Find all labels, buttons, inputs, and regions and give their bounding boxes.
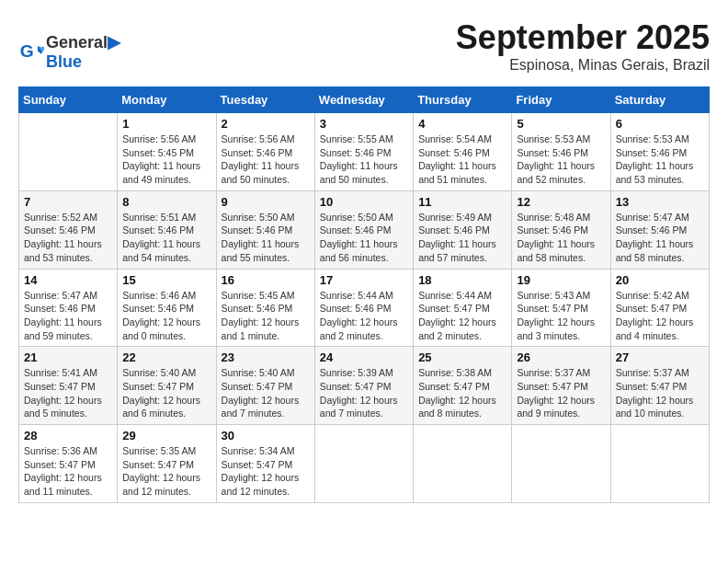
day-cell: 12Sunrise: 5:48 AM Sunset: 5:46 PM Dayli… — [512, 190, 610, 269]
day-info: Sunrise: 5:35 AM Sunset: 5:47 PM Dayligh… — [122, 444, 210, 499]
day-number: 5 — [517, 117, 605, 131]
day-info: Sunrise: 5:37 AM Sunset: 5:47 PM Dayligh… — [616, 366, 704, 420]
day-number: 27 — [616, 350, 704, 364]
day-number: 13 — [616, 195, 704, 209]
day-cell — [314, 425, 413, 503]
day-cell: 27Sunrise: 5:37 AM Sunset: 5:47 PM Dayli… — [610, 347, 709, 425]
week-row-2: 14Sunrise: 5:47 AM Sunset: 5:46 PM Dayli… — [19, 269, 710, 347]
day-number: 6 — [616, 117, 704, 131]
day-info: Sunrise: 5:50 AM Sunset: 5:46 PM Dayligh… — [222, 211, 310, 265]
day-cell: 13Sunrise: 5:47 AM Sunset: 5:46 PM Dayli… — [610, 190, 709, 269]
day-cell: 8Sunrise: 5:51 AM Sunset: 5:46 PM Daylig… — [118, 190, 216, 269]
day-cell: 14Sunrise: 5:47 AM Sunset: 5:46 PM Dayli… — [19, 269, 118, 347]
day-info: Sunrise: 5:55 AM Sunset: 5:46 PM Dayligh… — [320, 132, 408, 187]
day-info: Sunrise: 5:49 AM Sunset: 5:46 PM Dayligh… — [418, 211, 506, 265]
day-number: 30 — [222, 429, 310, 442]
logo: G General▶ Blue — [18, 32, 120, 72]
logo-icon: G — [18, 40, 44, 65]
month-title: September 2025 — [456, 18, 710, 57]
day-cell: 1Sunrise: 5:56 AM Sunset: 5:45 PM Daylig… — [118, 113, 216, 191]
day-cell: 19Sunrise: 5:43 AM Sunset: 5:47 PM Dayli… — [512, 269, 610, 347]
header-row: SundayMondayTuesdayWednesdayThursdayFrid… — [19, 87, 710, 113]
day-info: Sunrise: 5:43 AM Sunset: 5:47 PM Dayligh… — [517, 289, 605, 343]
day-info: Sunrise: 5:42 AM Sunset: 5:47 PM Dayligh… — [616, 289, 704, 343]
day-number: 20 — [616, 273, 704, 287]
day-info: Sunrise: 5:52 AM Sunset: 5:46 PM Dayligh… — [24, 211, 112, 265]
day-number: 23 — [222, 350, 310, 364]
day-cell — [610, 425, 709, 503]
title-section: September 2025 Espinosa, Minas Gerais, B… — [456, 18, 710, 74]
week-row-0: 1Sunrise: 5:56 AM Sunset: 5:45 PM Daylig… — [19, 113, 710, 191]
day-info: Sunrise: 5:34 AM Sunset: 5:47 PM Dayligh… — [222, 444, 310, 499]
day-number: 26 — [517, 350, 605, 364]
day-number: 16 — [222, 273, 310, 287]
day-number: 3 — [320, 117, 408, 131]
day-cell: 28Sunrise: 5:36 AM Sunset: 5:47 PM Dayli… — [19, 425, 118, 503]
day-info: Sunrise: 5:40 AM Sunset: 5:47 PM Dayligh… — [122, 366, 210, 420]
day-cell: 5Sunrise: 5:53 AM Sunset: 5:46 PM Daylig… — [512, 113, 610, 191]
day-number: 24 — [320, 350, 408, 364]
day-info: Sunrise: 5:53 AM Sunset: 5:46 PM Dayligh… — [517, 132, 605, 187]
day-cell: 23Sunrise: 5:40 AM Sunset: 5:47 PM Dayli… — [216, 347, 314, 425]
header-monday: Monday — [118, 87, 216, 113]
calendar-table: SundayMondayTuesdayWednesdayThursdayFrid… — [18, 86, 710, 503]
day-number: 9 — [222, 195, 310, 209]
day-info: Sunrise: 5:39 AM Sunset: 5:47 PM Dayligh… — [320, 366, 408, 420]
day-info: Sunrise: 5:44 AM Sunset: 5:46 PM Dayligh… — [320, 289, 408, 343]
day-cell: 15Sunrise: 5:46 AM Sunset: 5:46 PM Dayli… — [118, 269, 216, 347]
day-number: 25 — [418, 350, 506, 364]
day-info: Sunrise: 5:50 AM Sunset: 5:46 PM Dayligh… — [320, 211, 408, 265]
day-info: Sunrise: 5:56 AM Sunset: 5:45 PM Dayligh… — [122, 132, 210, 187]
day-cell: 29Sunrise: 5:35 AM Sunset: 5:47 PM Dayli… — [118, 425, 216, 503]
week-row-3: 21Sunrise: 5:41 AM Sunset: 5:47 PM Dayli… — [19, 347, 710, 425]
day-number: 14 — [24, 273, 112, 287]
day-cell: 22Sunrise: 5:40 AM Sunset: 5:47 PM Dayli… — [118, 347, 216, 425]
day-number: 15 — [122, 273, 210, 287]
day-info: Sunrise: 5:45 AM Sunset: 5:46 PM Dayligh… — [222, 289, 310, 343]
header-saturday: Saturday — [610, 87, 709, 113]
day-cell — [19, 113, 118, 191]
day-cell: 9Sunrise: 5:50 AM Sunset: 5:46 PM Daylig… — [216, 190, 314, 269]
day-cell: 30Sunrise: 5:34 AM Sunset: 5:47 PM Dayli… — [216, 425, 314, 503]
day-cell: 24Sunrise: 5:39 AM Sunset: 5:47 PM Dayli… — [314, 347, 413, 425]
day-cell: 10Sunrise: 5:50 AM Sunset: 5:46 PM Dayli… — [314, 190, 413, 269]
day-cell: 17Sunrise: 5:44 AM Sunset: 5:46 PM Dayli… — [314, 269, 413, 347]
svg-text:G: G — [20, 41, 34, 61]
day-cell: 21Sunrise: 5:41 AM Sunset: 5:47 PM Dayli… — [19, 347, 118, 425]
day-number: 22 — [122, 350, 210, 364]
day-info: Sunrise: 5:47 AM Sunset: 5:46 PM Dayligh… — [24, 289, 112, 343]
day-cell: 4Sunrise: 5:54 AM Sunset: 5:46 PM Daylig… — [414, 113, 512, 191]
day-cell: 20Sunrise: 5:42 AM Sunset: 5:47 PM Dayli… — [610, 269, 709, 347]
day-number: 28 — [24, 429, 112, 442]
day-cell: 11Sunrise: 5:49 AM Sunset: 5:46 PM Dayli… — [414, 190, 512, 269]
day-number: 8 — [122, 195, 210, 209]
day-cell: 26Sunrise: 5:37 AM Sunset: 5:47 PM Dayli… — [512, 347, 610, 425]
day-info: Sunrise: 5:41 AM Sunset: 5:47 PM Dayligh… — [24, 366, 112, 420]
location-title: Espinosa, Minas Gerais, Brazil — [456, 57, 710, 74]
calendar-header: SundayMondayTuesdayWednesdayThursdayFrid… — [19, 87, 710, 113]
day-number: 21 — [24, 350, 112, 364]
day-info: Sunrise: 5:51 AM Sunset: 5:46 PM Dayligh… — [122, 211, 210, 265]
day-number: 4 — [418, 117, 506, 131]
day-info: Sunrise: 5:56 AM Sunset: 5:46 PM Dayligh… — [222, 132, 310, 187]
header-sunday: Sunday — [19, 87, 118, 113]
day-info: Sunrise: 5:40 AM Sunset: 5:47 PM Dayligh… — [222, 366, 310, 420]
day-info: Sunrise: 5:38 AM Sunset: 5:47 PM Dayligh… — [418, 366, 506, 420]
day-info: Sunrise: 5:54 AM Sunset: 5:46 PM Dayligh… — [418, 132, 506, 187]
day-number: 11 — [418, 195, 506, 209]
day-cell: 18Sunrise: 5:44 AM Sunset: 5:47 PM Dayli… — [414, 269, 512, 347]
day-number: 19 — [517, 273, 605, 287]
day-cell — [512, 425, 610, 503]
day-number: 2 — [222, 117, 310, 131]
day-cell — [414, 425, 512, 503]
day-cell: 16Sunrise: 5:45 AM Sunset: 5:46 PM Dayli… — [216, 269, 314, 347]
day-number: 18 — [418, 273, 506, 287]
day-number: 29 — [122, 429, 210, 442]
header-wednesday: Wednesday — [314, 87, 413, 113]
week-row-1: 7Sunrise: 5:52 AM Sunset: 5:46 PM Daylig… — [19, 190, 710, 269]
header-thursday: Thursday — [414, 87, 512, 113]
week-row-4: 28Sunrise: 5:36 AM Sunset: 5:47 PM Dayli… — [19, 425, 710, 503]
day-info: Sunrise: 5:37 AM Sunset: 5:47 PM Dayligh… — [517, 366, 605, 420]
day-cell: 25Sunrise: 5:38 AM Sunset: 5:47 PM Dayli… — [414, 347, 512, 425]
day-number: 1 — [122, 117, 210, 131]
